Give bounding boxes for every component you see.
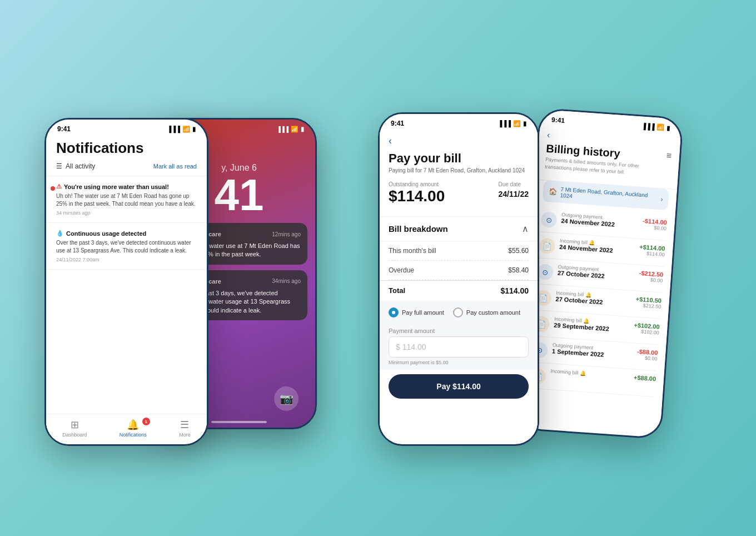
history-item-2-info: Incoming bill 🔔 24 November 2022 (559, 238, 635, 255)
phone-pay: 9:41 ▐▐▐ 📶 ▮ ‹ Pay your bill Paying bill… (378, 112, 539, 446)
due-date-section: Due date 24/11/22 (499, 181, 529, 198)
notif-1-body: Uh oh! The water use at 7 Mt Eden Road h… (56, 192, 197, 208)
pay-signal-icon: ▐▐▐ (498, 120, 511, 127)
chevron-up-icon: ∧ (522, 224, 529, 234)
incoming-icon-2: 📄 (539, 237, 555, 254)
pay-content: ‹ Pay your bill Paying bill for 7 Mt Ede… (380, 130, 538, 440)
history-item-2-amounts: +$114.00 $114.00 (639, 244, 665, 257)
status-icons-notif: ▐▐▐ 📶 ▮ (167, 126, 196, 133)
pay-battery-icon: ▮ (523, 120, 526, 127)
drop-icon: 💧 (56, 230, 64, 237)
wifi-icon: 📶 (182, 126, 190, 133)
history-status-icons: ▐▐▐ 📶 ▮ (641, 122, 670, 132)
lock-status-icons: ▐▐▐ 📶 ▮ (277, 126, 304, 133)
scene: 9:41 ▐▐▐ 📶 ▮ Notifications ☰ All activit… (44, 68, 712, 468)
notif-1-title: ⚠ You're using more water than usual! (56, 183, 197, 190)
pay-wifi-icon: 📶 (513, 120, 521, 127)
unread-dot (51, 186, 55, 191)
pay-subtitle: Paying bill for 7 Mt Eden Road, Grafton,… (389, 167, 529, 173)
history-wifi-icon: 📶 (656, 123, 665, 131)
bill-breakdown-toggle[interactable]: Bill breakdown ∧ (380, 216, 538, 241)
bill-line-2-label: Overdue (389, 266, 414, 274)
pay-now-button[interactable]: Pay $114.00 (389, 374, 529, 399)
pay-custom-option[interactable]: Pay custom amount (453, 307, 520, 317)
bill-line-2: Overdue $58.40 (389, 261, 529, 280)
bill-line-1-label: This month's bill (389, 247, 436, 255)
right-phones: 9:41 ▐▐▐ 📶 ▮ ‹ Pay your bill Paying bill… (378, 90, 700, 446)
tab-dashboard-label: Dashboard (62, 432, 87, 438)
filter-icon: ☰ (56, 162, 62, 170)
pay-inner: ‹ Pay your bill Paying bill for 7 Mt Ede… (380, 130, 538, 440)
address-text: 7 Mt Eden Road, Grafton, Auckland 1024 (560, 186, 661, 206)
left-phones: 9:41 ▐▐▐ 📶 ▮ Notifications ☰ All activit… (44, 90, 334, 446)
history-item-6-amounts: -$88.00 $0.00 (636, 348, 658, 362)
status-time-pay: 9:41 (391, 120, 404, 127)
history-item-1-amounts: -$114.00 $0.00 (642, 217, 667, 231)
lock-wifi-icon: 📶 (291, 126, 299, 133)
pay-back-button[interactable]: ‹ (389, 135, 529, 147)
status-time-notif: 9:41 (57, 125, 71, 133)
bill-line-1: This month's bill $55.60 (389, 241, 529, 261)
filter-label: All activity (66, 162, 95, 170)
home-address-icon: 🏠 (549, 187, 558, 196)
mark-read-button[interactable]: Mark all as read (153, 163, 197, 170)
filter-history-icon[interactable]: ≡ (666, 151, 672, 161)
history-item-4-secondary: $212.50 (635, 302, 662, 310)
notif-content: Notifications ☰ All activity Mark all as… (46, 135, 207, 440)
status-bar-pay: 9:41 ▐▐▐ 📶 ▮ (380, 114, 538, 130)
history-item-4-info: Incoming bill 🔔 27 October 2022 (555, 290, 631, 307)
history-item-4-amounts: +$110.50 $212.50 (635, 296, 662, 310)
history-item-6-secondary: $0.00 (636, 355, 658, 362)
outgoing-icon-3: ⊙ (537, 264, 554, 280)
pay-page-title: Pay your bill (389, 151, 529, 166)
radio-full-icon (389, 307, 399, 317)
camera-icon[interactable]: 📷 (274, 386, 299, 411)
notif-header: Notifications ☰ All activity Mark all as… (46, 135, 207, 176)
pay-full-option[interactable]: Pay full amount (389, 307, 444, 317)
outgoing-icon-1: ⊙ (541, 212, 558, 229)
phone-notifications: 9:41 ▐▐▐ 📶 ▮ Notifications ☰ All activit… (44, 118, 208, 446)
due-date-value: 24/11/22 (499, 190, 529, 198)
notif-2-body: Over the past 3 days, we've detected con… (56, 239, 197, 255)
payment-amount-input[interactable]: $ 114.00 (389, 336, 529, 358)
tab-notifications[interactable]: 🔔 1 Notifications (120, 419, 147, 438)
lock-battery-icon: ▮ (301, 126, 304, 133)
bill-line-items: This month's bill $55.60 Overdue $58.40 (380, 241, 538, 280)
pay-full-label: Pay full amount (402, 309, 444, 316)
history-item-5-secondary: $102.00 (633, 329, 659, 336)
history-list: ⊙ Outgoing payment 24 November 2022 -$11… (521, 206, 675, 398)
history-item-1-info: Outgoing payment 24 November 2022 (561, 212, 639, 230)
more-icon: ☰ (180, 419, 189, 431)
dashboard-icon: ⊞ (71, 419, 79, 431)
status-bar-notif: 9:41 ▐▐▐ 📶 ▮ (46, 120, 207, 135)
payment-options: Pay full amount Pay custom amount (380, 301, 538, 324)
min-payment-note: Minimum payment is $5.00 (389, 360, 529, 365)
history-item-7-primary: +$88.00 (634, 374, 656, 383)
history-item-5-amounts: +$102.00 $102.00 (633, 322, 660, 336)
notification-item-2[interactable]: 💧 Continuous usage detected Over the pas… (46, 223, 207, 270)
history-item-3-amounts: -$212.50 $0.00 (639, 270, 664, 284)
pay-amounts-row: Outstanding amount $114.00 Due date 24/1… (389, 181, 529, 205)
pay-status-icons: ▐▐▐ 📶 ▮ (498, 120, 526, 127)
notif-filter[interactable]: ☰ All activity (56, 162, 95, 170)
history-item-2-secondary: $114.00 (639, 250, 665, 257)
outstanding-section: Outstanding amount $114.00 (389, 181, 445, 205)
warning-icon: ⚠ (56, 183, 62, 190)
address-chevron-icon: › (660, 195, 663, 203)
tab-more[interactable]: ☰ More (179, 419, 191, 438)
status-time-history: 9:41 (551, 116, 565, 125)
bill-total-amount: $114.00 (500, 286, 529, 295)
home-indicator (211, 421, 267, 423)
history-item-7-amounts: +$88.00 (634, 374, 656, 383)
bell-icon: 🔔 1 (127, 419, 139, 431)
address-info: 🏠 7 Mt Eden Road, Grafton, Auckland 1024 (548, 185, 661, 205)
notif-2-time: 24/11/2022 7:00am (56, 257, 197, 262)
notif-2-title: 💧 Continuous usage detected (56, 230, 197, 237)
payment-amount-label: Payment amount (389, 327, 529, 334)
payment-amount-section: Payment amount $ 114.00 Minimum payment … (380, 324, 538, 370)
bottom-tab-bar: ⊞ Dashboard 🔔 1 Notifications ☰ More (46, 414, 207, 440)
lock-notif-1-time: 12mins ago (272, 231, 301, 237)
notification-item-1[interactable]: ⚠ You're using more water than usual! Uh… (46, 176, 207, 223)
tab-dashboard[interactable]: ⊞ Dashboard (62, 419, 87, 438)
lock-signal-icon: ▐▐▐ (277, 126, 289, 132)
